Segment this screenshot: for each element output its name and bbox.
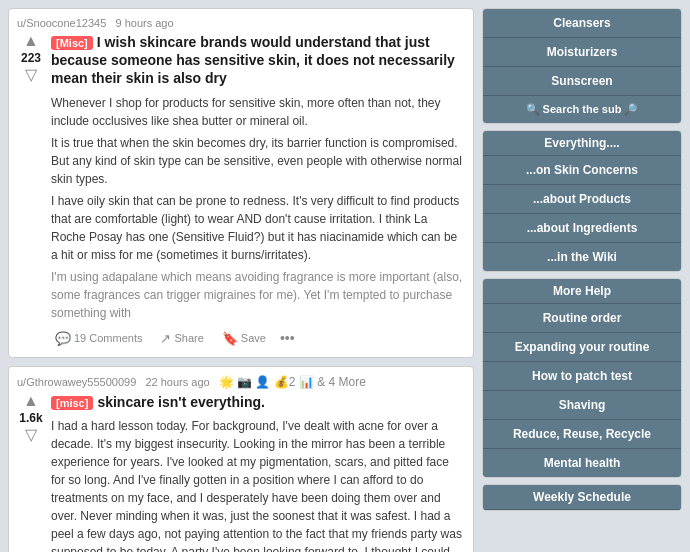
moisturizers-button[interactable]: Moisturizers (483, 38, 681, 67)
post-author: u/Snoocone12345 (17, 17, 106, 29)
wiki-button[interactable]: ...in the Wiki (483, 243, 681, 271)
post-paragraph-faded: I'm using adapalane which means avoiding… (51, 268, 465, 322)
post-actions: 💬 19 Comments ↗ Share 🔖 Save ••• (51, 328, 465, 349)
share-icon: ↗ (160, 331, 171, 346)
post-time-2: 22 hours ago (145, 376, 209, 388)
post-meta-2: u/Gthrowawey55500099 22 hours ago 🌟 📷 👤 … (17, 375, 465, 389)
products-button[interactable]: ...about Products (483, 185, 681, 214)
post-time: 9 hours ago (115, 17, 173, 29)
ingredients-button[interactable]: ...about Ingredients (483, 214, 681, 243)
patch-test-button[interactable]: How to patch test (483, 362, 681, 391)
cleanser-button[interactable]: Cleansers (483, 9, 681, 38)
more-options-icon[interactable]: ••• (280, 330, 295, 346)
post-body: [Misc]I wish skincare brands would under… (51, 33, 465, 349)
post-body-2: [misc]skincare isn't everything. I had a… (51, 393, 465, 552)
comments-icon: 💬 (55, 331, 71, 346)
sidebar-weekly-section: Weekly Schedule (482, 484, 682, 511)
vote-count: 223 (21, 51, 41, 65)
post-meta: u/Snoocone12345 9 hours ago (17, 17, 465, 29)
vote-column: ▲ 223 ▽ (17, 33, 45, 349)
post-paragraph-3: I have oily skin that can be prone to re… (51, 192, 465, 264)
sidebar-top-section: Cleansers Moisturizers Sunscreen 🔍 Searc… (482, 8, 682, 124)
post-tag-2: [misc] (51, 396, 93, 410)
post-card-2: u/Gthrowawey55500099 22 hours ago 🌟 📷 👤 … (8, 366, 474, 552)
save-label: Save (241, 332, 266, 344)
save-button[interactable]: 🔖 Save (218, 328, 270, 349)
upvote-icon-2[interactable]: ▲ (23, 393, 39, 409)
vote-count-2: 1.6k (19, 411, 42, 425)
post-title: [Misc]I wish skincare brands would under… (51, 33, 465, 88)
share-label: Share (174, 332, 203, 344)
share-button[interactable]: ↗ Share (156, 328, 207, 349)
sunscreen-button[interactable]: Sunscreen (483, 67, 681, 96)
sidebar-more-help-section: More Help Routine order Expanding your r… (482, 278, 682, 478)
upvote-icon[interactable]: ▲ (23, 33, 39, 49)
everything-label: Everything.... (483, 131, 681, 156)
routine-order-button[interactable]: Routine order (483, 304, 681, 333)
post-paragraph-2-1: I had a hard lesson today. For backgroun… (51, 417, 465, 552)
post-paragraph-2: It is true that when the skin becomes dr… (51, 134, 465, 188)
post-tag: [Misc] (51, 36, 93, 50)
comments-button[interactable]: 💬 19 Comments (51, 328, 146, 349)
main-feed: u/Snoocone12345 9 hours ago ▲ 223 ▽ [Mis… (8, 8, 474, 552)
weekly-schedule-label: Weekly Schedule (483, 485, 681, 510)
sidebar: Cleansers Moisturizers Sunscreen 🔍 Searc… (482, 8, 682, 552)
sidebar-everything-section: Everything.... ...on Skin Concerns ...ab… (482, 130, 682, 272)
comments-count: 19 Comments (74, 332, 142, 344)
downvote-icon[interactable]: ▽ (25, 67, 37, 83)
save-icon: 🔖 (222, 331, 238, 346)
expanding-routine-button[interactable]: Expanding your routine (483, 333, 681, 362)
shaving-button[interactable]: Shaving (483, 391, 681, 420)
downvote-icon-2[interactable]: ▽ (25, 427, 37, 443)
recycle-button[interactable]: Reduce, Reuse, Recycle (483, 420, 681, 449)
post-author-2: u/Gthrowawey55500099 (17, 376, 136, 388)
post-card: u/Snoocone12345 9 hours ago ▲ 223 ▽ [Mis… (8, 8, 474, 358)
search-sub-button[interactable]: 🔍 Search the sub 🔎 (483, 96, 681, 123)
post-emojis: 🌟 📷 👤 💰2 📊 & 4 More (219, 375, 366, 389)
skin-concerns-button[interactable]: ...on Skin Concerns (483, 156, 681, 185)
vote-column-2: ▲ 1.6k ▽ (17, 393, 45, 552)
post-paragraph-1: Whenever I shop for products for sensiti… (51, 94, 465, 130)
post-title-2: [misc]skincare isn't everything. (51, 393, 465, 411)
mental-health-button[interactable]: Mental health (483, 449, 681, 477)
more-help-label: More Help (483, 279, 681, 304)
